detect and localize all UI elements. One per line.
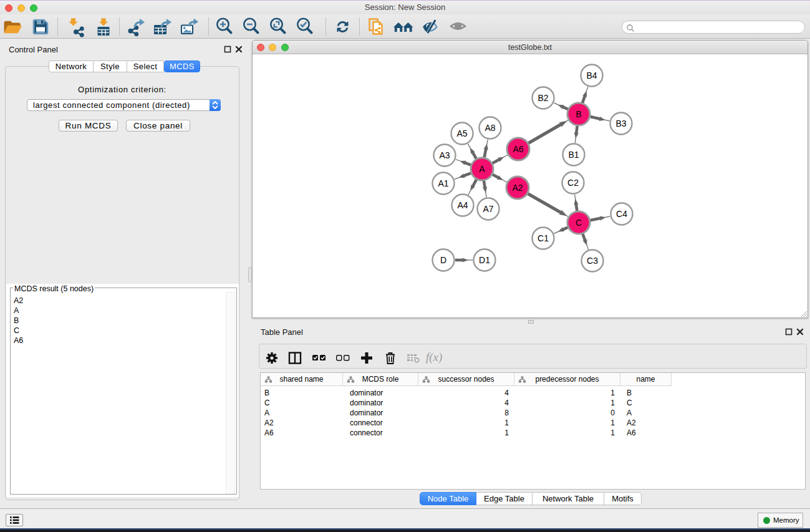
svg-text:D: D [440, 255, 446, 265]
svg-text:C1: C1 [538, 233, 549, 243]
svg-text:A1: A1 [438, 178, 448, 188]
svg-text:C2: C2 [567, 178, 579, 188]
svg-text:A6: A6 [513, 144, 523, 154]
svg-text:A: A [479, 164, 485, 174]
svg-text:A2: A2 [512, 183, 523, 193]
svg-text:C: C [576, 218, 582, 228]
svg-text:A8: A8 [485, 123, 495, 133]
svg-text:C3: C3 [587, 256, 598, 266]
svg-text:A3: A3 [439, 150, 450, 160]
svg-text:B1: B1 [568, 150, 579, 160]
svg-text:A7: A7 [483, 204, 493, 214]
svg-text:B4: B4 [586, 70, 597, 80]
svg-text:A5: A5 [456, 128, 467, 138]
svg-text:D1: D1 [479, 255, 490, 265]
svg-text:A4: A4 [457, 200, 468, 210]
svg-text:B2: B2 [538, 93, 548, 103]
svg-text:C4: C4 [616, 209, 627, 219]
svg-text:B: B [576, 109, 581, 119]
svg-text:B3: B3 [615, 118, 626, 128]
